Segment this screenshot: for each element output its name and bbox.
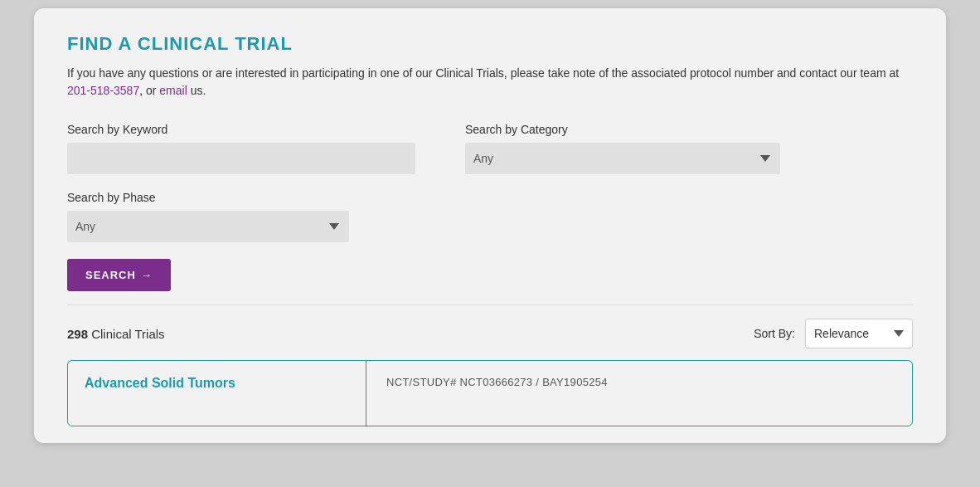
results-header: 298 Clinical Trials Sort By: Relevance D… xyxy=(67,304,913,360)
description-post: us. xyxy=(187,84,206,97)
results-suffix: Clinical Trials xyxy=(91,327,164,341)
page-wrapper: FIND A CLINICAL TRIAL If you have any qu… xyxy=(0,0,980,487)
trial-title[interactable]: Advanced Solid Tumors xyxy=(85,376,349,391)
results-number: 298 xyxy=(67,327,88,341)
study-value-text: NCT03666273 / BAY1905254 xyxy=(460,376,608,388)
phase-row: Search by Phase Any Phase 1 Phase 2 Phas… xyxy=(67,191,913,242)
arrow-icon: → xyxy=(141,269,153,281)
description-pre: If you have any questions or are interes… xyxy=(67,66,899,80)
sort-select[interactable]: Relevance Date Title xyxy=(805,319,913,348)
description-mid: , or xyxy=(139,84,159,97)
category-select[interactable]: Any Oncology Cardiology Neurology xyxy=(465,143,780,174)
phase-group: Search by Phase Any Phase 1 Phase 2 Phas… xyxy=(67,191,349,242)
phone-link[interactable]: 201-518-3587 xyxy=(67,84,139,97)
search-button[interactable]: SEARCH → xyxy=(67,259,171,291)
phase-label: Search by Phase xyxy=(67,191,349,204)
search-top-row: Search by Keyword Search by Category Any… xyxy=(67,123,913,174)
results-count: 298 Clinical Trials xyxy=(67,327,165,341)
study-label-text: NCT/STUDY# xyxy=(386,376,457,388)
trial-card-left: Advanced Solid Tumors xyxy=(68,361,366,426)
keyword-label: Search by Keyword xyxy=(67,123,415,136)
keyword-group: Search by Keyword xyxy=(67,123,415,174)
category-label: Search by Category xyxy=(465,123,780,136)
sort-label: Sort By: xyxy=(754,327,795,340)
search-button-label: SEARCH xyxy=(85,269,136,281)
page-title: FIND A CLINICAL TRIAL xyxy=(67,33,913,55)
category-group: Search by Category Any Oncology Cardiolo… xyxy=(465,123,780,174)
results-section: 298 Clinical Trials Sort By: Relevance D… xyxy=(67,304,913,426)
email-link[interactable]: email xyxy=(159,84,187,97)
sort-row: Sort By: Relevance Date Title xyxy=(754,319,913,348)
description-text: If you have any questions or are interes… xyxy=(67,65,913,100)
keyword-input[interactable] xyxy=(67,143,415,174)
trial-card[interactable]: Advanced Solid Tumors NCT/STUDY# NCT0366… xyxy=(67,360,913,426)
phase-select[interactable]: Any Phase 1 Phase 2 Phase 3 Phase 4 xyxy=(67,211,349,242)
trial-study-label: NCT/STUDY# NCT03666273 / BAY1905254 xyxy=(386,376,892,388)
trial-card-right: NCT/STUDY# NCT03666273 / BAY1905254 xyxy=(366,361,912,426)
main-card: FIND A CLINICAL TRIAL If you have any qu… xyxy=(34,8,946,443)
